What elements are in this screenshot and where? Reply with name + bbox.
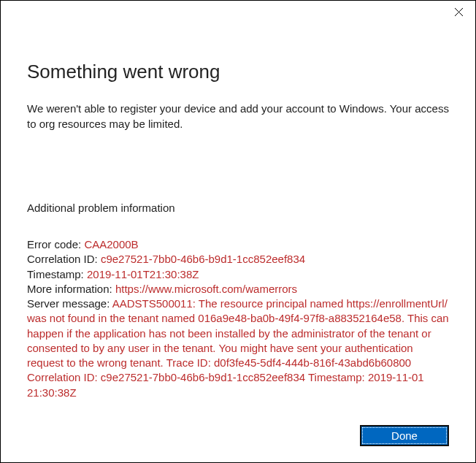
timestamp-value: 2019-11-01T21:30:38Z (87, 268, 199, 280)
more-info-label: More information: (27, 283, 115, 295)
dialog-title: Something went wrong (27, 61, 449, 83)
titlebar (1, 1, 475, 24)
server-message-row: Server message: AADSTS500011: The resour… (27, 296, 449, 400)
additional-info-heading: Additional problem information (27, 202, 449, 214)
close-button[interactable] (442, 1, 475, 23)
error-code-value: CAA2000B (84, 238, 138, 250)
timestamp-label: Timestamp: (27, 268, 87, 280)
done-button[interactable]: Done (360, 425, 449, 446)
error-code-label: Error code: (27, 238, 84, 250)
more-info-link[interactable]: https://www.microsoft.com/wamerrors (115, 283, 297, 295)
correlation-id-row: Correlation ID: c9e27521-7bb0-46b6-b9d1-… (27, 252, 449, 267)
timestamp-row: Timestamp: 2019-11-01T21:30:38Z (27, 267, 449, 282)
dialog-content: Something went wrong We weren't able to … (1, 24, 475, 400)
close-icon (455, 8, 463, 16)
more-info-row: More information: https://www.microsoft.… (27, 282, 449, 296)
server-message-value: AADSTS500011: The resource principal nam… (27, 297, 449, 399)
error-code-row: Error code: CAA2000B (27, 237, 449, 252)
correlation-id-value: c9e27521-7bb0-46b6-b9d1-1cc852eef834 (101, 253, 305, 265)
correlation-id-label: Correlation ID: (27, 253, 101, 265)
server-message-label: Server message: (27, 297, 112, 310)
button-row: Done (360, 425, 449, 446)
dialog-message: We weren't able to register your device … (27, 101, 449, 131)
